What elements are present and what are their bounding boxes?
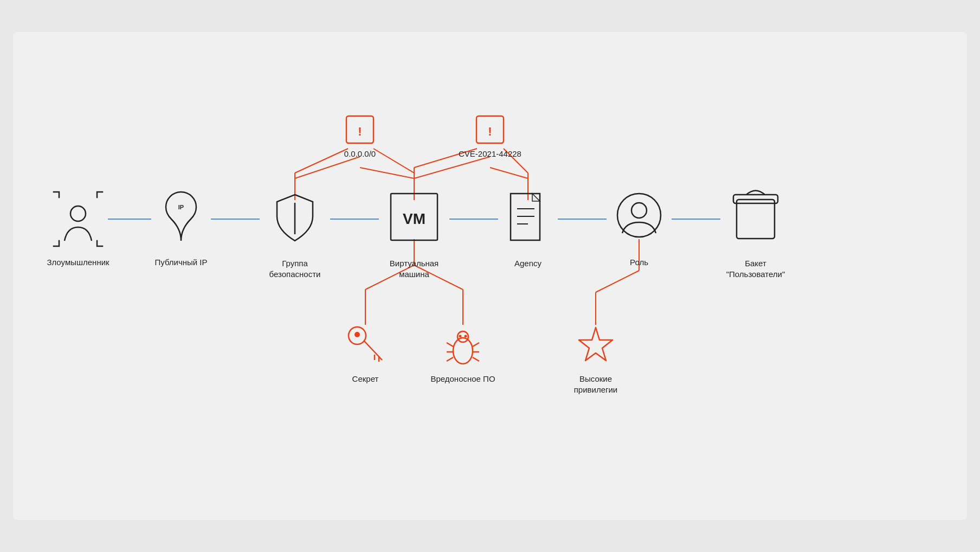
bucket-icon bbox=[733, 191, 778, 239]
svg-text:!: ! bbox=[488, 125, 492, 138]
public-ip-icon: IP bbox=[166, 192, 196, 241]
svg-line-30 bbox=[473, 357, 479, 361]
bucket-label-line2: "Пользователи" bbox=[726, 269, 785, 279]
svg-line-25 bbox=[447, 343, 453, 346]
line-priv-branch bbox=[596, 271, 639, 292]
attacker-icon bbox=[54, 192, 102, 246]
svg-marker-31 bbox=[579, 328, 612, 361]
cve-alert-icon: ! bbox=[476, 116, 504, 143]
svg-point-20 bbox=[354, 332, 360, 337]
cve-label: CVE-2021-44228 bbox=[459, 149, 521, 158]
secret-label: Секрет bbox=[352, 374, 379, 383]
diagram-canvas: ! 0.0.0.0/0 ! CVE-2021-44228 Злоумышленн… bbox=[13, 32, 967, 520]
svg-text:IP: IP bbox=[178, 204, 184, 210]
svg-point-13 bbox=[631, 203, 647, 218]
vm-label-line2: машина bbox=[399, 269, 429, 279]
security-group-icon bbox=[277, 195, 313, 241]
svg-line-28 bbox=[473, 343, 479, 346]
vm-label-line1: Виртуальная bbox=[390, 259, 439, 268]
line-cidr-right bbox=[373, 149, 414, 173]
role-icon bbox=[617, 194, 661, 237]
attacker-label: Злоумышленник bbox=[47, 258, 109, 267]
agency-icon bbox=[511, 194, 540, 240]
public-ip-label: Публичный IP bbox=[154, 258, 207, 267]
svg-line-27 bbox=[447, 357, 453, 361]
priv-label-line1: Высокие bbox=[579, 374, 612, 383]
svg-text:VM: VM bbox=[403, 210, 425, 227]
malware-icon bbox=[447, 331, 479, 364]
bucket-label-line1: Бакет bbox=[745, 259, 766, 268]
cidr-alert-icon: ! bbox=[346, 116, 373, 143]
sg-label-line1: Группа bbox=[282, 259, 308, 268]
priv-label-line2: привилегии bbox=[574, 385, 618, 394]
malware-label: Вредоносное ПО bbox=[430, 374, 495, 383]
role-label: Роль bbox=[630, 258, 648, 267]
sg-label-line2: безопасности bbox=[269, 269, 321, 279]
privileges-icon bbox=[579, 328, 612, 361]
line-sg-cidr bbox=[295, 157, 360, 200]
svg-point-24 bbox=[465, 335, 467, 338]
svg-rect-14 bbox=[737, 200, 775, 239]
svg-point-23 bbox=[459, 335, 462, 338]
agency-label: Agency bbox=[514, 259, 542, 268]
line-agency-cve bbox=[490, 168, 528, 200]
secret-icon bbox=[349, 327, 382, 362]
cidr-label: 0.0.0.0/0 bbox=[344, 149, 376, 158]
svg-text:!: ! bbox=[358, 125, 362, 138]
vm-icon: VM bbox=[391, 194, 437, 240]
line-vm-cidr bbox=[360, 168, 414, 200]
svg-point-4 bbox=[70, 206, 86, 221]
